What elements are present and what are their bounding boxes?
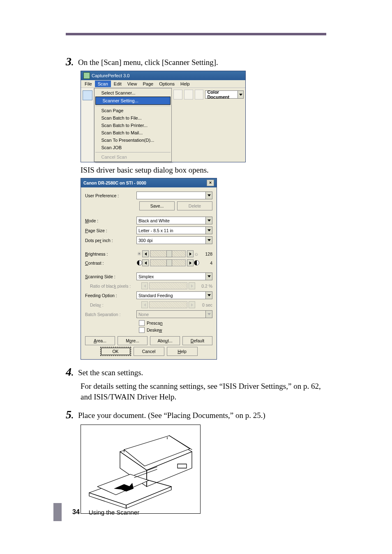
close-icon[interactable]: × <box>207 180 214 186</box>
sun-dim-icon: ☀ <box>136 251 142 257</box>
slider-left-button[interactable] <box>142 259 149 266</box>
user-pref-label: User Preference : <box>85 193 136 198</box>
ratio-label: Ratio of black pixels : <box>85 284 141 289</box>
slider-right-button <box>189 282 195 289</box>
ratio-slider <box>149 282 187 289</box>
prescan-checkbox[interactable] <box>139 320 145 326</box>
slider-right-button <box>189 301 195 308</box>
svg-line-12 <box>134 469 157 478</box>
window-titlebar: CapturePerfect 3.0 <box>81 71 245 80</box>
footer-tab <box>53 503 62 521</box>
page-footer: 34 Using the Scanner <box>53 503 139 521</box>
batch-label: Batch Separation : <box>85 312 136 317</box>
menu-view[interactable]: View <box>125 81 140 87</box>
scanner-illustration <box>81 425 201 514</box>
slider-right-button[interactable] <box>187 250 194 257</box>
contrast-low-icon <box>136 260 142 265</box>
dpi-label: Dots per inch : <box>85 238 136 243</box>
menu-item-scan-batch-file[interactable]: Scan Batch to File... <box>95 114 171 122</box>
menu-page[interactable]: Page <box>140 81 156 87</box>
toolbar-button-3[interactable] <box>195 90 204 99</box>
step-5-number: 5. <box>66 409 78 421</box>
menu-item-scan-job[interactable]: Scan JOB <box>95 144 171 151</box>
menu-edit[interactable]: Edit <box>111 81 125 87</box>
menu-item-scan-batch-printer[interactable]: Scan Batch to Printer... <box>95 122 171 129</box>
contrast-value: 4 <box>199 261 212 265</box>
toolbar-button-2[interactable] <box>184 90 193 99</box>
step-4-number: 4. <box>66 366 78 379</box>
slider-right-button[interactable] <box>187 259 194 266</box>
delay-label: Delay : <box>85 302 141 307</box>
prescan-label: Prescan <box>147 321 163 325</box>
brightness-slider[interactable] <box>150 250 186 257</box>
isis-title-text: Canon DR-2580C on STI - 0000 <box>83 180 146 185</box>
step-4-text: Set the scan settings. <box>78 366 143 378</box>
scanning-side-label: Scanning Side : <box>85 274 136 279</box>
save-button[interactable]: Save... <box>139 201 175 210</box>
scanning-side-value: Simplex <box>137 274 205 279</box>
menu-help[interactable]: Help <box>178 81 193 87</box>
deskew-label: Deskew <box>147 328 162 332</box>
menu-item-scan-page[interactable]: Scan Page <box>95 107 171 114</box>
about-button[interactable]: About... <box>150 336 180 345</box>
scan-menu-dropdown: Select Scanner... Scanner Setting... Sca… <box>94 88 172 162</box>
isis-titlebar: Canon DR-2580C on STI - 0000 × <box>81 178 217 187</box>
batch-select: None <box>136 310 212 318</box>
slider-left-button[interactable] <box>142 250 149 257</box>
contrast-slider[interactable] <box>150 259 186 266</box>
isis-opens-text: ISIS driver basic setup dialog box opens… <box>81 165 326 175</box>
page-size-value: Letter - 8.5 x 11 in <box>137 228 205 233</box>
contrast-label: Contrast : <box>85 261 136 265</box>
sun-bright-icon: ☼ <box>194 251 199 257</box>
svg-rect-8 <box>178 464 187 468</box>
slider-left-button <box>141 301 148 308</box>
step-3: 3. On the [Scan] menu, click [Scanner Se… <box>66 56 326 68</box>
dpi-value: 300 dpi <box>137 238 205 243</box>
scan-icon[interactable] <box>83 90 92 100</box>
menu-item-scan-to-presentation[interactable]: Scan To Presentation(D)... <box>95 136 171 144</box>
deskew-checkbox[interactable] <box>139 327 145 333</box>
header-rule <box>66 33 326 35</box>
footer-section: Using the Scanner <box>89 509 139 516</box>
chevron-down-icon <box>205 311 212 318</box>
menu-item-scan-batch-mail[interactable]: Scan Batch to Mail... <box>95 129 171 136</box>
help-button[interactable]: Help <box>167 347 198 356</box>
chevron-down-icon <box>205 237 212 244</box>
toolbar-left <box>81 88 94 162</box>
color-mode-value: Color Document <box>207 90 236 99</box>
page-number: 34 <box>72 508 80 516</box>
feeding-select[interactable]: Standard Feeding <box>136 291 212 299</box>
app-icon <box>83 72 90 79</box>
more-button[interactable]: More... <box>118 336 148 345</box>
slider-left-button <box>141 282 148 289</box>
menu-options[interactable]: Options <box>156 81 178 87</box>
delay-slider <box>149 301 187 308</box>
scanner-svg <box>85 429 196 509</box>
toolbar-button-1[interactable] <box>173 90 182 99</box>
ok-button[interactable]: OK <box>100 347 131 356</box>
area-button[interactable]: Area... <box>85 336 115 345</box>
window-title: CapturePerfect 3.0 <box>92 73 129 78</box>
step-5: 5. Place your document. (See “Placing Do… <box>66 409 326 421</box>
user-pref-select[interactable] <box>136 192 212 199</box>
chevron-down-icon <box>205 192 212 199</box>
mode-select[interactable]: Black and White <box>136 217 212 224</box>
color-mode-select[interactable]: Color Document <box>205 90 244 99</box>
cancel-button[interactable]: Cancel <box>134 347 164 356</box>
brightness-value: 128 <box>199 252 212 256</box>
scanning-side-select[interactable]: Simplex <box>136 272 212 280</box>
chevron-down-icon <box>205 217 212 224</box>
page-size-label: Page Size : <box>85 228 136 233</box>
step-4: 4. Set the scan settings. <box>66 366 326 379</box>
default-button[interactable]: Default <box>182 336 212 345</box>
menu-item-scanner-setting[interactable]: Scanner Setting... <box>95 97 171 105</box>
page-size-select[interactable]: Letter - 8.5 x 11 in <box>136 226 212 234</box>
batch-value: None <box>137 312 205 317</box>
menu-item-select-scanner[interactable]: Select Scanner... <box>95 89 171 97</box>
contrast-high-icon <box>194 260 199 265</box>
ratio-value: 0.2 % <box>195 284 212 289</box>
step-5-text: Place your document. (See “Placing Docum… <box>78 409 265 421</box>
menu-scan[interactable]: Scan <box>95 81 111 87</box>
dpi-select[interactable]: 300 dpi <box>136 236 212 244</box>
menu-file[interactable]: File <box>82 81 95 87</box>
